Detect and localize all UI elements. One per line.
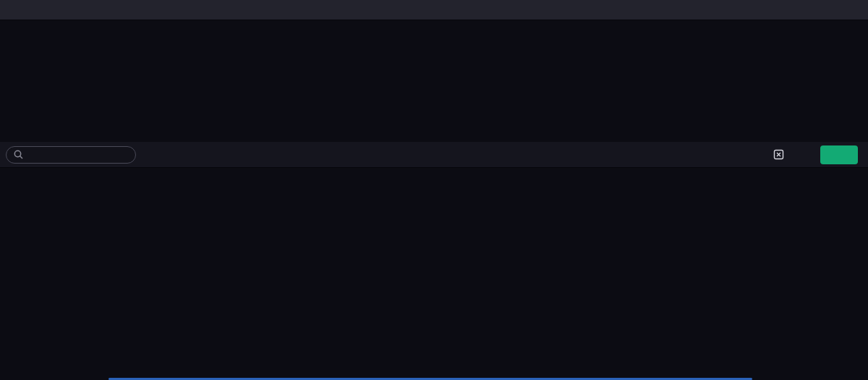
- trading-app-window: [0, 0, 868, 380]
- top-navigation: [0, 0, 868, 20]
- search-box[interactable]: [6, 146, 136, 164]
- excel-export-icon[interactable]: [773, 149, 784, 160]
- toolbar-icons: [750, 149, 810, 160]
- place-order-button[interactable]: [820, 145, 858, 164]
- board-toolbar: [0, 142, 868, 168]
- search-input[interactable]: [28, 150, 122, 160]
- search-icon: [14, 150, 23, 159]
- index-charts-row: [0, 20, 868, 142]
